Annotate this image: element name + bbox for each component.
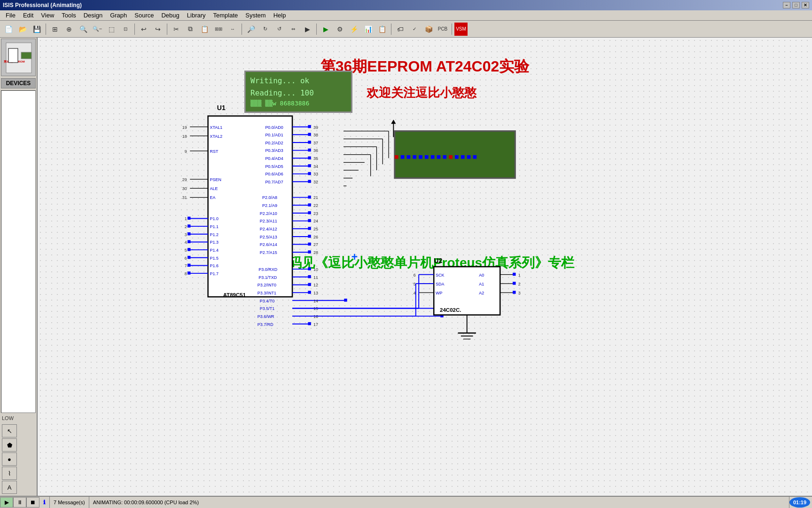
svg-text:P2.0/A8: P2.0/A8	[262, 195, 277, 200]
menu-template[interactable]: Template	[210, 11, 242, 20]
tb-paste[interactable]: 📋	[198, 23, 211, 36]
tb-zoom-box[interactable]: ⬚	[105, 23, 118, 36]
tb-mirror-h[interactable]: ⇔	[287, 23, 300, 36]
tb-bom[interactable]: 📊	[361, 23, 375, 36]
tb-annotate[interactable]: 🏷	[394, 23, 407, 36]
tb-model[interactable]: 📦	[422, 23, 435, 36]
tb-run[interactable]: ▶	[319, 23, 332, 36]
tb-zoom-all[interactable]: ⊡	[119, 23, 132, 36]
svg-text:6: 6	[185, 256, 187, 261]
tb-sep1	[46, 24, 46, 35]
menu-debug[interactable]: Debug	[157, 11, 183, 20]
svg-text:P1.2: P1.2	[210, 232, 218, 237]
tb-rotate-cw[interactable]: ↻	[258, 23, 272, 36]
minimize-button[interactable]: −	[783, 2, 790, 8]
left-tools: ↖ ⬟ ● ⌇ A	[0, 422, 37, 496]
svg-text:P3.7/RD: P3.7/RD	[258, 322, 273, 327]
tb-vsmx[interactable]: VSM	[454, 23, 468, 36]
menu-file[interactable]: File	[2, 11, 19, 20]
menu-system[interactable]: System	[242, 11, 269, 20]
svg-rect-177	[455, 155, 459, 159]
tb-zoom-in[interactable]: 🔍	[77, 23, 90, 36]
svg-rect-179	[467, 155, 471, 159]
tb-ptr[interactable]: ▶	[301, 23, 314, 36]
svg-rect-35	[187, 232, 190, 235]
svg-text:P2.4/A12: P2.4/A12	[260, 227, 277, 231]
tb-netlist[interactable]: 📋	[375, 23, 389, 36]
welcome-text: 欢迎关注逗比小憨憨	[367, 85, 476, 101]
tb-find[interactable]: 🔎	[244, 23, 258, 36]
menu-tools[interactable]: Tools	[58, 11, 79, 20]
svg-text:36: 36	[313, 149, 318, 153]
schematic-canvas: 第36期EEPROM AT24C02实验 欢迎关注逗比小憨憨 代码见《逗比小憨憨…	[38, 38, 812, 496]
tb-rotate-ccw[interactable]: ↺	[273, 23, 286, 36]
svg-rect-3	[8, 48, 18, 63]
svg-text:13: 13	[313, 291, 318, 295]
menu-design[interactable]: Design	[80, 11, 106, 20]
svg-text:27: 27	[313, 242, 318, 247]
menu-graph[interactable]: Graph	[106, 11, 131, 20]
svg-text:18: 18	[182, 134, 187, 139]
tb-prop[interactable]: ⚙	[333, 23, 346, 36]
play-button[interactable]: ▶	[0, 497, 13, 508]
svg-text:XTAL2: XTAL2	[210, 134, 222, 139]
tool-text[interactable]: A	[2, 481, 17, 494]
svg-rect-183	[434, 267, 500, 315]
pause-button[interactable]: ⏸	[13, 497, 26, 508]
tool-wire[interactable]: ⌇	[2, 467, 17, 480]
tb-grid[interactable]: ⊞	[48, 23, 62, 36]
svg-rect-107	[308, 227, 311, 230]
svg-rect-147	[440, 314, 443, 317]
maximize-button[interactable]: □	[792, 2, 800, 8]
svg-text:8: 8	[185, 271, 187, 276]
tb-drc[interactable]: ✓	[408, 23, 421, 36]
svg-text:P2.6/A14: P2.6/A14	[260, 242, 277, 247]
svg-rect-71	[308, 149, 311, 151]
devices-list[interactable]	[1, 90, 36, 413]
svg-rect-127	[308, 275, 311, 278]
bottom-text: 代码见《逗比小憨憨单片机Proteus仿真系列》专栏	[275, 254, 574, 272]
tb-redo[interactable]: ↪	[151, 23, 164, 36]
titlebar: ISIS Professional (Animating) − □ ✕	[0, 0, 812, 10]
tool-select[interactable]: ↖	[2, 424, 17, 437]
menu-edit[interactable]: Edit	[19, 11, 37, 20]
svg-rect-99	[308, 211, 311, 214]
svg-rect-4	[21, 52, 31, 59]
close-button[interactable]: ✕	[802, 2, 809, 8]
tb-undo[interactable]: ↩	[137, 23, 150, 36]
tb-pcb[interactable]: PCB	[436, 23, 449, 36]
svg-text:RST: RST	[210, 149, 218, 154]
preview-thumbnail: 第36期EEPROM	[1, 39, 36, 76]
svg-rect-168	[401, 155, 405, 159]
svg-text:3: 3	[185, 232, 187, 237]
svg-rect-143	[440, 307, 443, 310]
menu-view[interactable]: View	[37, 11, 58, 20]
tb-copy[interactable]: ⧉	[184, 23, 197, 36]
svg-text:24C02C.: 24C02C.	[440, 307, 461, 313]
tb-gen[interactable]: ⚡	[347, 23, 360, 36]
svg-text:WP: WP	[436, 291, 442, 295]
tb-cut[interactable]: ✂	[170, 23, 183, 36]
tb-block-move[interactable]: ↔	[226, 23, 239, 36]
menu-source[interactable]: Source	[131, 11, 157, 20]
tb-save[interactable]: 💾	[30, 23, 43, 36]
tool-component[interactable]: ⬟	[2, 438, 17, 452]
tb-sep3	[167, 24, 167, 35]
lcd-line2: Reading... 100	[250, 87, 346, 99]
tb-block-copy[interactable]: ⊞⊞	[212, 23, 225, 36]
tb-zoom-out[interactable]: 🔍−	[91, 23, 104, 36]
menu-library[interactable]: Library	[183, 11, 210, 20]
tb-new[interactable]: 📄	[2, 23, 15, 36]
tb-origin[interactable]: ⊕	[62, 23, 76, 36]
menu-help[interactable]: Help	[270, 11, 290, 20]
svg-text:4: 4	[185, 240, 187, 245]
stop-button[interactable]: ⏹	[26, 497, 39, 508]
svg-rect-55	[187, 271, 190, 274]
svg-rect-87	[308, 180, 311, 183]
svg-text:33: 33	[313, 172, 318, 176]
tb-open[interactable]: 📂	[16, 23, 29, 36]
svg-text:P1.5: P1.5	[210, 256, 218, 261]
canvas-area[interactable]: 第36期EEPROM AT24C02实验 欢迎关注逗比小憨憨 代码见《逗比小憨憨…	[38, 38, 812, 496]
tb-sep7	[452, 24, 452, 35]
tool-junction[interactable]: ●	[2, 452, 17, 466]
